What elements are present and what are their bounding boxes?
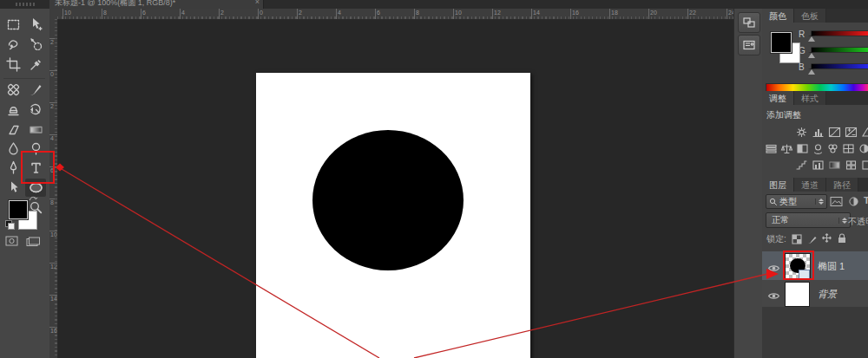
ruler-number: 4 xyxy=(50,135,54,141)
search-icon xyxy=(769,198,778,206)
rectangular-marquee-tool[interactable] xyxy=(3,16,23,34)
curves-icon[interactable] xyxy=(827,126,842,139)
horizontal-ruler[interactable]: 108642024681012141618202224 xyxy=(57,9,733,20)
swap-colors-icon[interactable] xyxy=(29,194,39,203)
layer-thumbnail-background[interactable] xyxy=(785,282,810,307)
close-icon[interactable]: × xyxy=(255,0,260,6)
layer-thumbnail-ellipse[interactable] xyxy=(785,253,811,279)
ruler-number: 12 xyxy=(494,10,501,16)
pen-tool[interactable] xyxy=(3,159,23,177)
photo-filter-icon[interactable] xyxy=(811,142,825,155)
layer-name[interactable]: 背景 xyxy=(818,288,837,301)
toolbox-grip[interactable] xyxy=(16,3,35,6)
ruler-number: 16 xyxy=(50,328,57,334)
lock-all-icon[interactable] xyxy=(837,231,847,247)
foreground-color-swatch[interactable] xyxy=(9,200,28,219)
gradient-tool[interactable] xyxy=(25,120,46,139)
lock-transparency-icon[interactable] xyxy=(792,232,802,248)
blue-slider[interactable]: B xyxy=(762,62,868,74)
eyedropper-tool[interactable] xyxy=(25,55,46,74)
filter-adjustment-layers-icon[interactable] xyxy=(848,195,859,211)
filter-type-layers-icon[interactable]: T xyxy=(864,195,868,205)
ruler-number: 8 xyxy=(50,199,54,205)
tab-styles[interactable]: 样式 xyxy=(794,91,826,105)
layer-row-ellipse-1[interactable]: 椭圆 1 xyxy=(762,251,868,281)
adjustment-icon-row-2 xyxy=(762,142,868,157)
blue-slider-bar[interactable] xyxy=(811,63,868,69)
ruler-number: 2 xyxy=(220,10,224,16)
quick-mask-mode-button[interactable] xyxy=(5,236,18,246)
threshold-icon[interactable] xyxy=(811,159,825,172)
red-slider-bar[interactable] xyxy=(811,30,868,36)
ruler-number: 12 xyxy=(50,264,57,270)
black-white-icon[interactable] xyxy=(795,142,809,155)
vertical-ruler[interactable]: 42024681012141618 xyxy=(49,19,58,358)
tab-color[interactable]: 颜色 xyxy=(762,9,794,23)
canvas-workspace[interactable]: 108642024681012141618202224 420246810121… xyxy=(49,9,733,358)
drawn-ellipse-shape xyxy=(312,130,464,270)
levels-icon[interactable] xyxy=(811,126,825,139)
collapsed-panel-button-1[interactable] xyxy=(738,12,760,33)
lock-position-icon[interactable] xyxy=(821,231,832,247)
visibility-eye-icon[interactable] xyxy=(767,289,780,298)
eraser-tool[interactable] xyxy=(3,120,23,139)
blue-slider-thumb[interactable] xyxy=(808,68,815,75)
extra-adjustment-icon[interactable] xyxy=(860,159,868,172)
crop-tool[interactable] xyxy=(3,55,23,74)
blur-tool[interactable] xyxy=(3,140,23,158)
type-tool[interactable] xyxy=(25,159,46,177)
quick-selection-tool[interactable] xyxy=(25,36,46,54)
posterize-icon[interactable] xyxy=(794,159,809,172)
ruler-number: 4 xyxy=(338,10,341,16)
right-panel-dock: 颜色 色板 R G B 调整 xyxy=(762,9,868,358)
green-slider-bar[interactable] xyxy=(811,47,868,53)
gradient-map-icon[interactable] xyxy=(827,159,842,172)
tab-layers[interactable]: 图层 xyxy=(762,178,794,192)
layer-filter-kind-dropdown[interactable]: 类型 xyxy=(766,194,827,209)
ruler-number: 8 xyxy=(103,10,107,16)
filter-pixel-layers-icon[interactable] xyxy=(830,195,843,211)
ruler-number: 10 xyxy=(455,10,462,16)
screen-mode-button[interactable] xyxy=(26,237,40,247)
tab-swatches[interactable]: 色板 xyxy=(794,9,826,23)
red-slider-thumb[interactable] xyxy=(808,36,815,42)
clone-stamp-tool[interactable] xyxy=(3,101,23,119)
panel-foreground-swatch[interactable] xyxy=(771,32,792,53)
tab-adjustments[interactable]: 调整 xyxy=(762,91,794,105)
green-slider-thumb[interactable] xyxy=(808,52,815,58)
channel-mixer-icon[interactable] xyxy=(826,142,840,155)
color-balance-icon[interactable] xyxy=(780,142,794,155)
blend-mode-dropdown[interactable]: 正常 xyxy=(766,212,851,228)
brightness-contrast-icon[interactable] xyxy=(794,126,809,139)
toolbox xyxy=(0,9,50,358)
history-brush-tool[interactable] xyxy=(25,101,46,119)
tab-paths[interactable]: 路径 xyxy=(826,178,858,192)
default-colors-icon[interactable] xyxy=(5,220,14,229)
path-selection-tool[interactable] xyxy=(3,179,23,197)
dodge-tool[interactable] xyxy=(25,140,46,158)
document-tab[interactable]: 未标题-1 @ 100%(椭圆 1, RGB/8)* × xyxy=(49,0,264,9)
brush-tool[interactable] xyxy=(25,81,46,99)
collapsed-panel-button-2[interactable] xyxy=(738,35,760,55)
layer-filter-kind-label: 类型 xyxy=(779,196,797,208)
blue-slider-label: B xyxy=(799,62,805,72)
ruler-number: 2 xyxy=(50,39,54,45)
layer-name[interactable]: 椭圆 1 xyxy=(818,260,845,273)
blend-mode-value: 正常 xyxy=(772,214,789,226)
layer-row-background[interactable]: 背景 xyxy=(762,280,868,308)
lock-pixels-icon[interactable] xyxy=(807,232,818,248)
visibility-eye-icon[interactable] xyxy=(767,261,780,270)
hue-saturation-icon[interactable] xyxy=(765,142,779,155)
exposure-icon[interactable] xyxy=(844,126,858,139)
document-canvas[interactable] xyxy=(256,73,530,358)
lasso-tool[interactable] xyxy=(3,36,23,54)
invert-icon[interactable] xyxy=(857,142,868,155)
move-tool[interactable] xyxy=(25,16,46,34)
vibrance-icon[interactable] xyxy=(860,126,868,139)
selective-color-icon[interactable] xyxy=(844,159,858,172)
adjustment-icon-row-3 xyxy=(762,159,868,173)
color-lookup-icon[interactable] xyxy=(842,142,856,155)
layers-empty-area xyxy=(762,307,868,358)
tab-channels[interactable]: 通道 xyxy=(794,178,826,192)
healing-brush-tool[interactable] xyxy=(3,81,23,99)
